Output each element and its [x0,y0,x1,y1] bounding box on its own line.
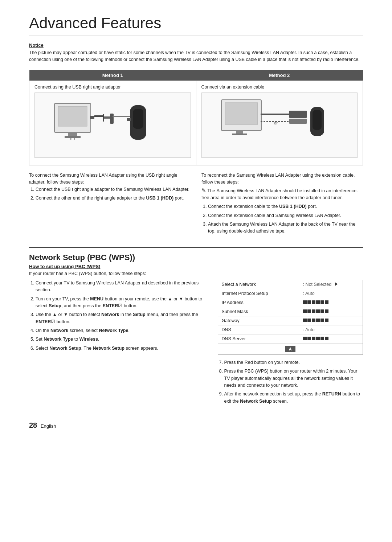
network-steps-right: Press the Red button on your remote. Pre… [218,359,363,405]
panel-value-select-network: : Not Selected [299,280,363,289]
svg-rect-3 [65,136,81,138]
panel-row-select-network: Select a Network : Not Selected [218,280,363,289]
page-number: 28 [29,421,37,429]
method2-svg: or [218,96,341,154]
svg-rect-16 [225,103,258,124]
method1-diagram [34,93,191,158]
network-setup-columns: Connect your TV to Samsung Wireless LAN … [29,280,363,407]
panel-row-ip-setup: Internet Protocol Setup : Auto [218,289,363,298]
pixel-sq [303,309,307,313]
method1-step-2: Connect the other end of the right angle… [36,195,191,202]
pixel-sq [307,300,311,304]
svg-rect-20 [232,134,247,135]
pixel-sq [316,309,320,313]
panel-row-subnet: Subnet Mask [218,307,363,316]
subnet-pixel-block [303,309,328,313]
panel-value-dns-server [299,334,363,343]
svg-rect-2 [68,132,77,136]
pixel-sq [312,337,315,340]
network-setup-left: Connect your TV to Samsung Wireless LAN … [29,280,207,407]
page-language: English [41,423,56,429]
pixel-sq [307,319,311,322]
network-step-3: Use the ▲ or ▼ button to select Network … [36,311,207,325]
pixel-sq [307,309,311,313]
network-setup-intro: If your router has a PBC (WPS) button, f… [29,271,363,276]
method2-instructions: To reconnect the Samsung Wireless LAN Ad… [201,172,363,237]
svg-rect-27 [313,110,322,130]
method2-subtitle: Connect via an extension cable [201,85,358,90]
network-panel-table: Select a Network : Not Selected Internet… [218,280,363,343]
pixel-sq [316,319,320,322]
pixel-sq [325,300,328,304]
method2-steps-list: Connect the extension cable to the USB 1… [208,203,363,235]
pixel-sq [312,300,315,304]
page-footer: 28 English [29,421,363,430]
svg-rect-14 [127,118,131,121]
network-step-7: Press the Red button on your remote. [224,359,363,366]
method1-steps-intro: To connect the Samsung Wireless LAN Adap… [29,172,191,186]
pixel-sq [325,319,328,322]
network-step-4: On the Network screen, select Network Ty… [36,327,207,334]
methods-table: Method 1 Method 2 Connect using the USB … [29,70,363,165]
pixel-sq [320,309,324,313]
method1-instructions: To connect the Samsung Wireless LAN Adap… [29,172,191,237]
panel-label-select-network: Select a Network [218,280,299,289]
panel-label-ip-setup: Internet Protocol Setup [218,289,299,298]
method2-step-3: Attach the Samsung Wireless LAN Adapter … [208,221,363,235]
method1-header: Method 1 [29,70,196,81]
panel-label-dns: DNS [218,325,299,334]
how-to-label: How to set up using PBC (WPS) [29,264,363,269]
panel-row-dns: DNS : Auto [218,325,363,334]
panel-button-row: A [218,343,363,354]
svg-rect-13 [133,109,143,129]
panel-row-gateway: Gateway [218,316,363,325]
pixel-sq [312,319,315,322]
svg-rect-8 [103,114,104,122]
svg-rect-11 [113,116,131,117]
network-step-5: Set Network Type to Wireless. [36,336,207,343]
svg-rect-21 [261,114,290,115]
method1-subtitle: Connect using the USB right angle adapte… [34,85,191,90]
svg-rect-1 [58,106,87,126]
panel-row-dns-server: DNS Server [218,334,363,343]
pixel-sq [303,300,307,304]
pixel-sq [316,337,320,340]
methods-instructions: To connect the Samsung Wireless LAN Adap… [29,172,363,237]
network-step-2: Turn on your TV, press the MENU button o… [36,296,207,310]
arrow-right-icon [335,282,338,286]
svg-rect-6 [90,116,94,119]
svg-point-5 [74,138,75,140]
notice-label: Notice [29,42,363,48]
network-step-8: Press the PBC (WPS) button on your route… [224,368,363,389]
page-title: Advanced Features [29,15,363,36]
panel-value-ip-address [299,298,363,307]
pixel-sq [316,300,320,304]
method1-step-1: Connect the USB right angle adapter to t… [36,186,191,193]
pixel-sq [307,337,311,340]
pixel-sq [325,337,328,340]
network-step-1: Connect your TV to Samsung Wireless LAN … [36,280,207,294]
notice-section: Notice The picture may appear corrupted … [29,42,363,63]
method2-header: Method 2 [196,70,363,81]
method2-step-2: Connect the extension cable and Samsung … [208,212,363,219]
panel-value-ip-setup: : Auto [299,289,363,298]
svg-rect-10 [110,114,114,124]
svg-rect-9 [104,116,111,119]
dns-pixel-block [303,337,328,340]
section-divider [29,247,363,248]
svg-point-4 [70,138,72,140]
svg-rect-24 [289,111,307,118]
notice-text: The picture may appear corrupted or have… [29,49,363,63]
svg-rect-7 [94,115,103,117]
svg-rect-19 [236,131,243,134]
network-setup-right: Select a Network : Not Selected Internet… [218,280,363,407]
method2-cell: Connect via an extension cable [196,81,363,165]
note-icon: ✎ [201,187,206,193]
method2-steps-intro: To reconnect the Samsung Wireless LAN Ad… [201,172,363,186]
pixel-sq [320,300,324,304]
network-steps-left: Connect your TV to Samsung Wireless LAN … [36,280,207,352]
panel-label-dns-server: DNS Server [218,334,299,343]
pixel-sq [320,337,324,340]
gateway-pixel-block [303,319,328,322]
network-panel: Select a Network : Not Selected Internet… [218,280,363,355]
